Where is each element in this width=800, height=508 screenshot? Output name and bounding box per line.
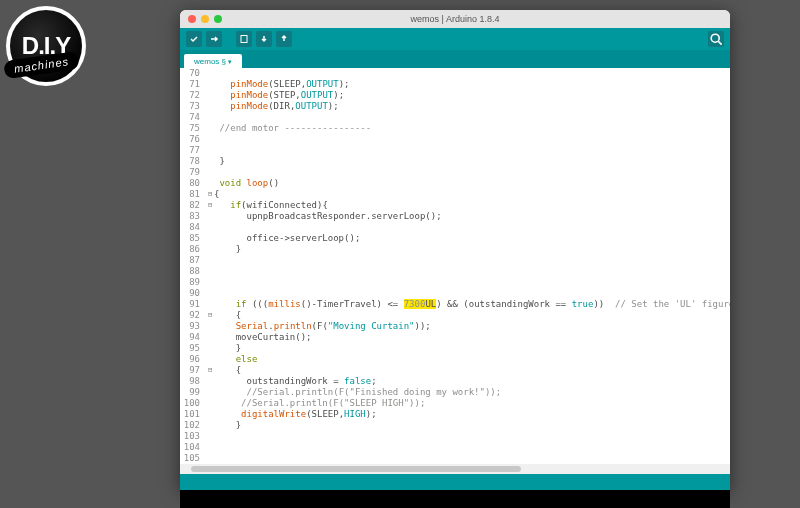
line-number: 78 — [180, 156, 206, 167]
horizontal-scrollbar[interactable] — [180, 464, 730, 474]
fold-gutter — [206, 222, 214, 233]
code-line[interactable]: 96 else — [180, 354, 730, 365]
code-line[interactable]: 76 — [180, 134, 730, 145]
code-text[interactable] — [214, 134, 730, 145]
code-text[interactable] — [214, 255, 730, 266]
code-line[interactable]: 88 — [180, 266, 730, 277]
save-button[interactable] — [276, 31, 292, 47]
verify-button[interactable] — [186, 31, 202, 47]
code-text[interactable] — [214, 222, 730, 233]
code-line[interactable]: 71 pinMode(SLEEP,OUTPUT); — [180, 79, 730, 90]
code-text[interactable]: digitalWrite(SLEEP,HIGH); — [214, 409, 730, 420]
code-line[interactable]: 89 — [180, 277, 730, 288]
fold-gutter[interactable]: ⊟ — [206, 310, 214, 321]
code-text[interactable]: } — [214, 420, 730, 431]
code-text[interactable]: if(wifiConnected){ — [214, 200, 730, 211]
code-text[interactable]: void loop() — [214, 178, 730, 189]
code-line[interactable]: 82⊟ if(wifiConnected){ — [180, 200, 730, 211]
code-line[interactable]: 70 — [180, 68, 730, 79]
code-line[interactable]: 90 — [180, 288, 730, 299]
code-line[interactable]: 81⊟{ — [180, 189, 730, 200]
upload-button[interactable] — [206, 31, 222, 47]
code-text[interactable] — [214, 167, 730, 178]
code-text[interactable]: //end motor ---------------- — [214, 123, 730, 134]
code-line[interactable]: 102 } — [180, 420, 730, 431]
code-editor[interactable]: 7071 pinMode(SLEEP,OUTPUT);72 pinMode(ST… — [180, 68, 730, 464]
code-line[interactable]: 85 office->serverLoop(); — [180, 233, 730, 244]
code-line[interactable]: 75 //end motor ---------------- — [180, 123, 730, 134]
code-text[interactable]: upnpBroadcastResponder.serverLoop(); — [214, 211, 730, 222]
close-button[interactable] — [188, 15, 196, 23]
code-line[interactable]: 80 void loop() — [180, 178, 730, 189]
code-line[interactable]: 105 — [180, 453, 730, 464]
code-line[interactable]: 79 — [180, 167, 730, 178]
code-text[interactable]: moveCurtain(); — [214, 332, 730, 343]
code-line[interactable]: 95 } — [180, 343, 730, 354]
code-line[interactable]: 83 upnpBroadcastResponder.serverLoop(); — [180, 211, 730, 222]
zoom-button[interactable] — [214, 15, 222, 23]
code-text[interactable] — [214, 266, 730, 277]
code-text[interactable]: } — [214, 343, 730, 354]
code-line[interactable]: 72 pinMode(STEP,OUTPUT); — [180, 90, 730, 101]
code-line[interactable]: 101 digitalWrite(SLEEP,HIGH); — [180, 409, 730, 420]
code-text[interactable] — [214, 431, 730, 442]
fold-gutter[interactable]: ⊟ — [206, 365, 214, 376]
code-line[interactable]: 98 outstandingWork = false; — [180, 376, 730, 387]
code-line[interactable]: 103 — [180, 431, 730, 442]
code-text[interactable]: pinMode(DIR,OUTPUT); — [214, 101, 730, 112]
code-text[interactable]: //Serial.println(F("SLEEP HIGH")); — [214, 398, 730, 409]
new-button[interactable] — [236, 31, 252, 47]
code-text[interactable]: Serial.println(F("Moving Curtain")); — [214, 321, 730, 332]
fold-gutter[interactable]: ⊟ — [206, 189, 214, 200]
fold-gutter — [206, 134, 214, 145]
code-line[interactable]: 84 — [180, 222, 730, 233]
serial-monitor-button[interactable] — [708, 31, 724, 47]
code-line[interactable]: 87 — [180, 255, 730, 266]
code-text[interactable]: office->serverLoop(); — [214, 233, 730, 244]
fold-gutter — [206, 112, 214, 123]
code-line[interactable]: 91 if (((millis()-TimerTravel) <= 7300UL… — [180, 299, 730, 310]
code-text[interactable] — [214, 442, 730, 453]
tab-wemos[interactable]: wemos §▾ — [184, 54, 242, 68]
code-text[interactable]: //Serial.println(F("Finished doing my wo… — [214, 387, 730, 398]
code-line[interactable]: 73 pinMode(DIR,OUTPUT); — [180, 101, 730, 112]
line-number: 96 — [180, 354, 206, 365]
code-line[interactable]: 94 moveCurtain(); — [180, 332, 730, 343]
code-text[interactable] — [214, 145, 730, 156]
code-line[interactable]: 77 — [180, 145, 730, 156]
code-text[interactable] — [214, 68, 730, 79]
tab-menu-icon[interactable]: ▾ — [228, 58, 232, 65]
code-text[interactable] — [214, 453, 730, 464]
code-text[interactable]: if (((millis()-TimerTravel) <= 7300UL) &… — [214, 299, 730, 310]
code-text[interactable]: } — [214, 156, 730, 167]
line-number: 105 — [180, 453, 206, 464]
code-text[interactable]: outstandingWork = false; — [214, 376, 730, 387]
fold-gutter — [206, 211, 214, 222]
fold-gutter — [206, 79, 214, 90]
code-line[interactable]: 78 } — [180, 156, 730, 167]
code-text[interactable]: pinMode(STEP,OUTPUT); — [214, 90, 730, 101]
code-line[interactable]: 97⊟ { — [180, 365, 730, 376]
code-line[interactable]: 93 Serial.println(F("Moving Curtain")); — [180, 321, 730, 332]
code-text[interactable]: { — [214, 365, 730, 376]
code-text[interactable] — [214, 288, 730, 299]
code-text[interactable]: pinMode(SLEEP,OUTPUT); — [214, 79, 730, 90]
code-line[interactable]: 92⊟ { — [180, 310, 730, 321]
code-line[interactable]: 100 //Serial.println(F("SLEEP HIGH")); — [180, 398, 730, 409]
code-line[interactable]: 74 — [180, 112, 730, 123]
code-text[interactable] — [214, 112, 730, 123]
code-text[interactable]: } — [214, 244, 730, 255]
line-number: 101 — [180, 409, 206, 420]
code-text[interactable]: else — [214, 354, 730, 365]
code-text[interactable]: { — [214, 189, 730, 200]
scrollbar-thumb[interactable] — [191, 466, 521, 472]
code-line[interactable]: 99 //Serial.println(F("Finished doing my… — [180, 387, 730, 398]
fold-gutter[interactable]: ⊟ — [206, 200, 214, 211]
code-text[interactable]: { — [214, 310, 730, 321]
code-line[interactable]: 86 } — [180, 244, 730, 255]
svg-rect-0 — [241, 36, 247, 43]
open-button[interactable] — [256, 31, 272, 47]
minimize-button[interactable] — [201, 15, 209, 23]
code-line[interactable]: 104 — [180, 442, 730, 453]
code-text[interactable] — [214, 277, 730, 288]
